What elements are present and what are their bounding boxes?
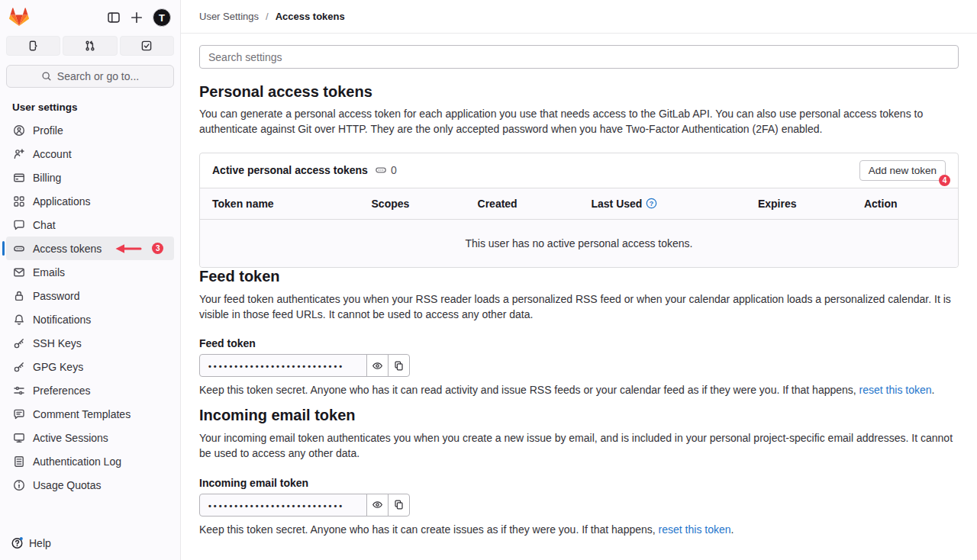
incoming-email-token-heading: Incoming email token (199, 407, 959, 424)
merge-request-icon (84, 40, 96, 52)
incoming-email-token-copy-button[interactable] (388, 494, 410, 517)
sidebar-item-label: Profile (33, 124, 63, 137)
settings-nav: ProfileAccountBillingApplicationsChatAcc… (0, 118, 180, 497)
annotation-badge-3: 3 (152, 243, 163, 254)
sidebar-item-label: GPG Keys (33, 361, 83, 373)
sidebar-item-comment-templates[interactable]: Comment Templates (6, 402, 174, 426)
breadcrumb-user-settings[interactable]: User Settings (199, 11, 259, 22)
merge-requests-shortcut-button[interactable] (63, 36, 117, 56)
issues-shortcut-button[interactable] (6, 36, 60, 56)
sidebar-item-access-tokens[interactable]: Access tokens3 (6, 237, 174, 260)
feed-token-value-field[interactable]: •••••••••••••••••••••••••• (199, 354, 367, 377)
sidebar-item-label: Emails (33, 266, 65, 278)
column-header-expires: Expires (746, 188, 852, 219)
token-icon (375, 164, 387, 176)
breadcrumb: User Settings / Access tokens (199, 11, 345, 22)
profile-icon (13, 124, 25, 137)
sidebar-item-label: SSH Keys (33, 337, 82, 349)
feed-token-label: Feed token (199, 337, 959, 349)
question-help-icon[interactable]: ? (646, 198, 657, 209)
sidebar-item-notifications[interactable]: Notifications (6, 307, 174, 331)
feed-token-copy-button[interactable] (388, 354, 410, 377)
sidebar-item-preferences[interactable]: Preferences (6, 378, 174, 402)
add-new-token-button[interactable]: Add new token 4 (859, 160, 946, 181)
help-button[interactable]: Help (0, 526, 180, 560)
search-icon (41, 71, 52, 82)
sidebar-shortcuts (0, 32, 180, 60)
emails-icon (13, 266, 25, 278)
active-tokens-count: 0 (375, 164, 397, 176)
sidebar-item-label: Chat (33, 219, 56, 231)
tokens-table: Token nameScopesCreatedLast Used?Expires… (200, 188, 958, 267)
token-count-value: 0 (391, 164, 397, 176)
feed-token-heading: Feed token (199, 268, 959, 285)
column-header-label: Expires (758, 198, 797, 210)
user-avatar[interactable]: T (153, 8, 171, 27)
sidebar-item-usage-quotas[interactable]: Usage Quotas (6, 473, 174, 497)
todos-shortcut-button[interactable] (120, 36, 174, 56)
feed-token-input-group: •••••••••••••••••••••••••• (199, 354, 959, 377)
feed-reset-token-link[interactable]: reset this token (859, 384, 932, 396)
create-new-plus-icon[interactable] (130, 11, 143, 24)
sidebar-item-gpg-keys[interactable]: GPG Keys (6, 355, 174, 378)
column-header-label: Action (864, 198, 898, 210)
sidebar-header: T (0, 0, 180, 32)
app-window: T (0, 0, 977, 560)
personal-access-tokens-description: You can generate a personal access token… (199, 106, 959, 137)
sidebar-item-chat[interactable]: Chat (6, 213, 174, 237)
help-label: Help (29, 537, 51, 549)
search-or-go-to[interactable]: Search or go to... (6, 65, 174, 88)
sidebar-item-applications[interactable]: Applications (6, 189, 174, 213)
sidebar-item-emails[interactable]: Emails (6, 260, 174, 284)
sidebar: T (0, 0, 181, 560)
column-header-created: Created (466, 188, 579, 219)
incoming-reset-token-link[interactable]: reset this token (659, 523, 731, 536)
sidebar-toggle-icon[interactable] (107, 11, 121, 24)
sidebar-item-label: Authentication Log (33, 455, 121, 468)
account-icon (13, 148, 25, 160)
sidebar-item-active-sessions[interactable]: Active Sessions (6, 426, 174, 449)
sidebar-item-profile[interactable]: Profile (6, 118, 174, 142)
annotation-badge-4: 4 (939, 175, 950, 186)
column-header-token-name: Token name (200, 188, 360, 219)
active-sessions-icon (13, 432, 25, 444)
preferences-icon (13, 385, 25, 397)
incoming-email-token-label: Incoming email token (199, 477, 959, 489)
applications-icon (13, 195, 25, 208)
svg-text:?: ? (650, 200, 653, 208)
incoming-email-token-value-field[interactable]: •••••••••••••••••••••••••• (199, 494, 367, 517)
column-header-last-used: Last Used? (579, 188, 745, 219)
notifications-icon (13, 314, 25, 326)
sidebar-item-password[interactable]: Password (6, 284, 174, 307)
feed-token-reveal-button[interactable] (366, 354, 389, 377)
search-settings-input[interactable] (199, 45, 959, 69)
gitlab-logo-icon[interactable] (9, 8, 29, 27)
feed-token-help-text: Keep this token secret. Anyone who has i… (199, 384, 959, 396)
sidebar-item-account[interactable]: Account (6, 142, 174, 166)
incoming-email-token-reveal-button[interactable] (366, 494, 389, 517)
breadcrumb-access-tokens: Access tokens (276, 11, 345, 22)
todo-checkbox-icon (140, 40, 153, 52)
sidebar-item-label: Active Sessions (33, 432, 108, 444)
sidebar-item-label: Applications (33, 195, 91, 208)
column-header-action: Action (852, 188, 958, 219)
tokens-table-header-row: Token nameScopesCreatedLast Used?Expires… (200, 188, 958, 219)
sidebar-item-label: Comment Templates (33, 408, 131, 420)
key-icon (13, 337, 25, 349)
comment-templates-icon (13, 408, 25, 420)
column-header-label: Scopes (372, 198, 410, 210)
sidebar-item-label: Account (33, 148, 72, 160)
sidebar-item-billing[interactable]: Billing (6, 166, 174, 189)
sidebar-section-title: User settings (0, 88, 180, 118)
usage-quotas-icon (13, 479, 25, 491)
active-tokens-card: Active personal access tokens 0 (199, 153, 959, 268)
key-icon (13, 361, 25, 373)
issues-icon (27, 40, 40, 52)
sidebar-item-ssh-keys[interactable]: SSH Keys (6, 331, 174, 355)
sidebar-item-label: Access tokens (33, 243, 102, 255)
incoming-email-token-input-group: •••••••••••••••••••••••••• (199, 494, 959, 517)
sidebar-item-label: Billing (33, 172, 61, 184)
sidebar-item-authentication-log[interactable]: Authentication Log (6, 449, 174, 473)
breadcrumb-separator: / (266, 11, 269, 22)
column-header-scopes: Scopes (360, 188, 466, 219)
